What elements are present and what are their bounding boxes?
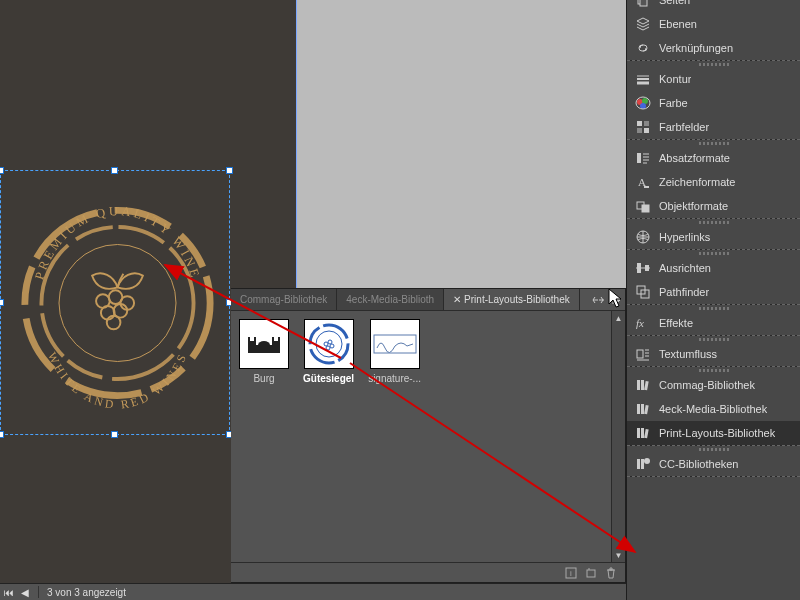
svg-text:i: i — [570, 569, 572, 578]
svg-rect-53 — [642, 205, 649, 212]
panel-label: Seiten — [659, 0, 690, 6]
document-canvas[interactable]: PREMIUM QUALITY WINE WHITE AND RED WINES… — [0, 0, 626, 600]
pages-icon — [635, 0, 651, 8]
panel-label: Textumfluss — [659, 348, 717, 360]
fx-icon: fx — [635, 315, 651, 331]
align-icon — [635, 260, 651, 276]
panel-4eck-media-bibliothek[interactable]: 4eck-Media-Bibliothek — [627, 397, 800, 421]
panel-zeichenformate[interactable]: AZeichenformate — [627, 170, 800, 194]
svg-point-26 — [326, 346, 330, 350]
scroll-up-button[interactable]: ▲ — [612, 311, 625, 325]
library-new-button[interactable] — [583, 565, 599, 581]
tab-label: Print-Layouts-Bibliothek — [464, 294, 570, 305]
panel-label: Ebenen — [659, 18, 697, 30]
panel-commag-bibliothek[interactable]: Commag-Bibliothek — [627, 373, 800, 397]
resize-handle-bm[interactable] — [111, 431, 118, 438]
svg-rect-18 — [254, 337, 256, 341]
panel-label: Farbe — [659, 97, 688, 109]
svg-point-23 — [324, 342, 328, 346]
pathfinder-icon — [635, 284, 651, 300]
tab-4eck[interactable]: 4eck-Media-Biblioth — [337, 289, 444, 311]
svg-rect-30 — [587, 570, 595, 577]
resize-handle-bl[interactable] — [0, 431, 4, 438]
svg-rect-68 — [644, 381, 649, 390]
stroke-icon — [635, 71, 651, 87]
library-panel[interactable]: Commag-Bibliothek 4eck-Media-Biblioth ✕P… — [231, 288, 626, 583]
panel-print-layouts-bibliothek[interactable]: Print-Layouts-Bibliothek — [627, 421, 800, 445]
panel-seiten[interactable]: Seiten — [627, 0, 800, 12]
thumb-label: Burg — [253, 373, 274, 384]
panel-label: Ausrichten — [659, 262, 711, 274]
thumb-image — [239, 319, 289, 369]
svg-rect-71 — [644, 405, 649, 414]
panel-absatzformate[interactable]: Absatzformate — [627, 146, 800, 170]
collapse-panel-button[interactable] — [589, 291, 607, 309]
svg-rect-27 — [374, 335, 416, 353]
scroll-down-button[interactable]: ▼ — [612, 548, 625, 562]
svg-rect-69 — [637, 404, 640, 414]
panel-label: Hyperlinks — [659, 231, 710, 243]
svg-rect-44 — [644, 128, 649, 133]
resize-handle-tr[interactable] — [226, 167, 233, 174]
first-page-button[interactable]: ⏮ — [4, 587, 14, 597]
panel-farbe[interactable]: Farbe — [627, 91, 800, 115]
panel-label: Pathfinder — [659, 286, 709, 298]
svg-rect-66 — [637, 380, 640, 390]
layers-icon — [635, 16, 651, 32]
library-item-signature[interactable]: signature-... — [368, 319, 421, 384]
resize-handle-tl[interactable] — [0, 167, 4, 174]
library-scrollbar[interactable]: ▲ ▼ — [611, 311, 625, 562]
library-item-burg[interactable]: Burg — [239, 319, 289, 384]
panel-pathfinder[interactable]: Pathfinder — [627, 280, 800, 304]
thumb-label: Gütesiegel — [303, 373, 354, 384]
panel-farbfelder[interactable]: Farbfelder — [627, 115, 800, 139]
panel-verkn-pfungen[interactable]: Verknüpfungen — [627, 36, 800, 60]
panel-effekte[interactable]: fxEffekte — [627, 311, 800, 335]
panel-label: Farbfelder — [659, 121, 709, 133]
panel-label: CC-Bibliotheken — [659, 458, 738, 470]
status-bar: ⏮ ◀ 3 von 3 angezeigt — [0, 583, 626, 600]
svg-point-24 — [328, 340, 332, 344]
tab-print-layouts[interactable]: ✕Print-Layouts-Bibliothek — [444, 289, 580, 311]
svg-point-39 — [640, 103, 646, 109]
parastyle-icon — [635, 150, 651, 166]
panel-ausrichten[interactable]: Ausrichten — [627, 256, 800, 280]
svg-rect-73 — [641, 428, 644, 438]
group-separator — [627, 476, 800, 477]
objstyle-icon — [635, 198, 651, 214]
panel-objektformate[interactable]: Objektformate — [627, 194, 800, 218]
svg-text:PREMIUM QUALITY WINE: PREMIUM QUALITY WINE — [32, 204, 202, 281]
svg-point-25 — [330, 344, 334, 348]
svg-rect-42 — [644, 121, 649, 126]
library-info-button[interactable]: i — [563, 565, 579, 581]
panel-hyperlinks[interactable]: Hyperlinks — [627, 225, 800, 249]
svg-text:fx: fx — [636, 317, 644, 329]
placed-seal-graphic[interactable]: PREMIUM QUALITY WINE WHITE AND RED WINES — [20, 183, 215, 423]
resize-handle-tm[interactable] — [111, 167, 118, 174]
library-body[interactable]: Burg Gütesiegel signature-... — [231, 311, 625, 388]
panel-flyout-button[interactable] — [607, 291, 625, 309]
textwrap-icon — [635, 346, 651, 362]
svg-rect-67 — [641, 380, 644, 390]
swatch-icon — [635, 119, 651, 135]
tab-commag[interactable]: Commag-Bibliothek — [231, 289, 337, 311]
lib-icon — [635, 377, 651, 393]
lib-icon — [635, 425, 651, 441]
panel-textumfluss[interactable]: Textumfluss — [627, 342, 800, 366]
svg-rect-17 — [248, 337, 250, 341]
svg-rect-61 — [637, 350, 643, 358]
tab-label: 4eck-Media-Biblioth — [346, 294, 434, 305]
svg-rect-15 — [272, 341, 280, 353]
svg-rect-33 — [640, 0, 647, 6]
library-footer: i — [231, 562, 625, 582]
library-item-guetesiegel[interactable]: Gütesiegel — [303, 319, 354, 384]
panel-ebenen[interactable]: Ebenen — [627, 12, 800, 36]
prev-page-button[interactable]: ◀ — [20, 587, 30, 597]
charstyle-icon: A — [635, 174, 651, 190]
panel-kontur[interactable]: Kontur — [627, 67, 800, 91]
svg-rect-72 — [637, 428, 640, 438]
library-delete-button[interactable] — [603, 565, 619, 581]
panel-label: Verknüpfungen — [659, 42, 733, 54]
panel-cc-bibliotheken[interactable]: CC-Bibliotheken — [627, 452, 800, 476]
resize-handle-ml[interactable] — [0, 299, 4, 306]
